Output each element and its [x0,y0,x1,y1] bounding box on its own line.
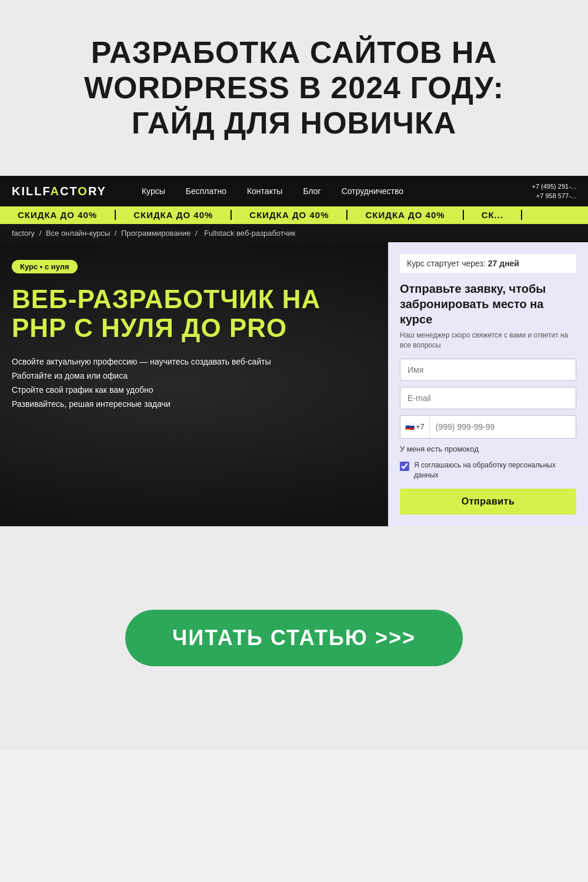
hero-content: Курс • с нуля ВЕБ-РАЗРАБОТЧИК НА PHP С Н… [0,242,388,526]
phone-country-code: +7 [416,422,425,431]
ticker-content: СКИДКА ДО 40% СКИДКА ДО 40% СКИДКА ДО 40… [0,210,522,220]
breadcrumb-item-3: Fullstack веб-разработчик [204,229,295,238]
hero-row: Курс • с нуля ВЕБ-РАЗРАБОТЧИК НА PHP С Н… [0,242,588,526]
consent-checkbox[interactable] [400,462,409,471]
nav-contacts[interactable]: Контакты [247,186,282,196]
hero-title-line1: ВЕБ-РАЗРАБОТЧИК НА [12,285,320,313]
ticker-item-4: СКИДКА ДО 40% [348,210,463,220]
timer-days: 27 дней [488,259,519,268]
nav-courses[interactable]: Курсы [142,186,165,196]
ticker-item-2: СКИДКА ДО 40% [116,210,232,220]
nav-free[interactable]: Бесплатно [186,186,226,196]
breadcrumb-item-2[interactable]: Программирование [121,229,191,238]
form-course-timer: Курс стартует через: 27 дней [400,254,576,273]
timer-label: Курс стартует через: [407,259,486,268]
phone-input[interactable] [430,416,576,437]
article-header: РАЗРАБОТКА САЙТОВ НА WORDPRESS В 2024 ГО… [0,0,588,176]
hero-feature-0: Освойте актуальную профессию — научитесь… [12,357,376,366]
ticker-item-3: СКИДКА ДО 40% [232,210,348,220]
consent-row: Я соглашаюсь на обработку персональных д… [400,460,576,480]
form-heading: Отправьте заявку, чтобы забронировать ме… [400,281,576,327]
name-input[interactable] [400,359,576,381]
logo-accent: A [51,185,60,198]
ticker-bar: СКИДКА ДО 40% СКИДКА ДО 40% СКИДКА ДО 40… [0,206,588,224]
promo-link[interactable]: У меня есть промокод [400,445,576,453]
article-title: РАЗРАБОТКА САЙТОВ НА WORDPRESS В 2024 ГО… [47,35,541,141]
breadcrumb-item-0[interactable]: factory [12,229,35,238]
submit-button[interactable]: Отправить [400,489,576,514]
email-input[interactable] [400,387,576,409]
course-badge: Курс • с нуля [12,260,78,273]
ticker-item-5: СК... [464,210,523,220]
hero-title: ВЕБ-РАЗРАБОТЧИК НА PHP С НУЛЯ ДО PRO [12,285,376,342]
hero-feature-2: Стройте свой график как вам удобно [12,385,376,395]
nav-links: Курсы Бесплатно Контакты Блог Сотрудниче… [142,186,532,196]
logo-accent2: O [78,185,88,198]
hero-section: Курс • с нуля ВЕБ-РАЗРАБОТЧИК НА PHP С Н… [0,242,588,526]
website-screenshot: KILLFACTORY Курсы Бесплатно Контакты Бло… [0,176,588,526]
phone-row: 🇷🇺 +7 [400,415,576,439]
hero-feature-3: Развивайтесь, решая интересные задачи [12,399,376,409]
breadcrumb-item-1[interactable]: Все онлайн-курсы [46,229,110,238]
consent-text: Я соглашаюсь на обработку персональных д… [414,460,576,480]
nav-blog[interactable]: Блог [303,186,320,196]
hero-title-line2: PHP С НУЛЯ ДО PRO [12,313,287,342]
ticker-item-1: СКИДКА ДО 40% [0,210,116,220]
nav-cooperation[interactable]: Сотрудничество [342,186,403,196]
nav-phones: +7 (495) 291-... +7 958 577-... [532,182,576,201]
cta-button[interactable]: ЧИТАТЬ СТАТЬЮ >>> [125,610,463,666]
site-logo: KILLFACTORY [12,185,106,198]
breadcrumb: factory / Все онлайн-курсы / Программиро… [0,224,588,242]
nav-bar: KILLFACTORY Курсы Бесплатно Контакты Бло… [0,176,588,206]
phone-flag: 🇷🇺 +7 [400,416,430,438]
hero-feature-1: Работайте из дома или офиса [12,371,376,380]
cta-section: ЧИТАТЬ СТАТЬЮ >>> [0,526,588,750]
form-subheading: Наш менеджер скоро свяжется с вами и отв… [400,330,576,350]
hero-form-wrapper: Курс стартует через: 27 дней Отправьте з… [388,242,588,526]
phone-2: +7 958 577-... [532,191,576,201]
hero-features: Освойте актуальную профессию — научитесь… [12,357,376,409]
phone-1: +7 (495) 291-... [532,182,576,192]
